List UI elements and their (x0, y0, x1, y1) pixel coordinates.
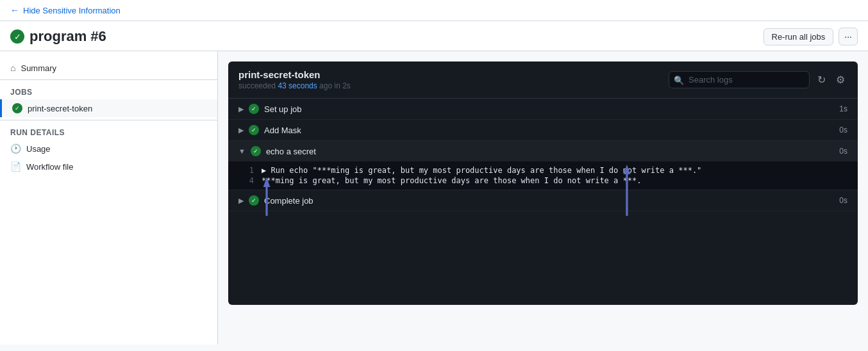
job-status-icon: ✓ (12, 103, 22, 113)
step-success-icon: ✓ (249, 125, 259, 135)
step-success-icon: ✓ (249, 195, 259, 206)
back-nav[interactable]: ← Hide Sensitive Information (10, 5, 121, 15)
step-add-mask-left: ▶ ✓ Add Mask (238, 125, 301, 135)
main-content: print-secret-token succeeded 43 seconds … (218, 51, 868, 345)
step-label: Complete job (264, 196, 313, 206)
log-header: print-secret-token succeeded 43 seconds … (228, 61, 858, 99)
step-echo-secret-header[interactable]: ▼ ✓ echo a secret 0s (228, 141, 858, 161)
step-setup-job-left: ▶ ✓ Set up job (238, 104, 302, 114)
sidebar-item-summary[interactable]: ⌂ Summary (0, 59, 217, 77)
run-details-label: Run details (0, 123, 217, 140)
sidebar-divider (0, 79, 217, 80)
log-header-left: print-secret-token succeeded 43 seconds … (238, 69, 351, 90)
step-success-icon: ✓ (249, 104, 259, 114)
step-complete-job-left: ▶ ✓ Complete job (238, 195, 313, 206)
sidebar: ⌂ Summary Jobs ✓ print-secret-token Run … (0, 51, 218, 345)
sidebar-item-workflow-file[interactable]: 📄 Workflow file (0, 158, 217, 176)
step-setup-job: ▶ ✓ Set up job 1s (228, 99, 858, 120)
back-link[interactable]: Hide Sensitive Information (23, 6, 121, 15)
step-success-icon: ✓ (251, 146, 261, 156)
time-link: 43 seconds (278, 81, 317, 90)
chevron-right-icon: ▶ (238, 105, 244, 113)
home-icon: ⌂ (10, 63, 15, 73)
back-arrow-icon: ← (10, 5, 19, 15)
step-label: Add Mask (264, 126, 301, 135)
chevron-right-icon: ▶ (238, 126, 244, 135)
step-complete-job-header[interactable]: ▶ ✓ Complete job 0s (228, 190, 858, 211)
clock-icon: 🕐 (10, 143, 21, 154)
run-status-icon: ✓ (10, 29, 24, 44)
search-wrapper: 🔍 (669, 71, 810, 88)
title-row: ✓ program #6 Re-run all jobs ··· (0, 21, 868, 51)
sidebar-divider-2 (0, 120, 217, 120)
workflow-file-label: Workflow file (26, 162, 73, 172)
summary-label: Summary (21, 63, 56, 73)
log-line-number: 1 (238, 166, 254, 175)
chevron-down-icon: ▼ (238, 147, 246, 155)
title-actions: Re-run all jobs ··· (764, 28, 858, 45)
sidebar-item-usage[interactable]: 🕐 Usage (0, 140, 217, 158)
chevron-right-icon: ▶ (238, 197, 244, 205)
log-header-right: 🔍 ↻ ⚙ (669, 71, 847, 88)
log-panel: print-secret-token succeeded 43 seconds … (228, 61, 858, 305)
log-line-number: 4 (238, 176, 254, 185)
step-duration: 0s (839, 147, 847, 156)
step-duration: 0s (839, 196, 847, 205)
sidebar-item-print-secret-token[interactable]: ✓ print-secret-token (0, 99, 217, 117)
step-label: Set up job (264, 104, 302, 114)
settings-button[interactable]: ⚙ (833, 71, 847, 88)
refresh-button[interactable]: ↻ (815, 71, 828, 88)
step-setup-job-header[interactable]: ▶ ✓ Set up job 1s (228, 99, 858, 119)
log-line-content: ▶ Run echo "***ming is great, but my mos… (262, 166, 701, 175)
step-complete-job: ▶ ✓ Complete job 0s (228, 190, 858, 211)
file-icon: 📄 (10, 161, 21, 172)
step-duration: 0s (839, 126, 847, 135)
log-line: 1 ▶ Run echo "***ming is great, but my m… (228, 165, 858, 176)
log-lines: 1 ▶ Run echo "***ming is great, but my m… (228, 161, 858, 190)
step-add-mask-header[interactable]: ▶ ✓ Add Mask 0s (228, 120, 858, 140)
step-duration: 1s (839, 104, 847, 113)
jobs-section-label: Jobs (0, 83, 217, 99)
log-line: 4 ***ming is great, but my most producti… (228, 176, 858, 186)
page-title: program #6 (29, 28, 106, 45)
search-icon: 🔍 (674, 75, 684, 85)
more-options-button[interactable]: ··· (839, 28, 858, 45)
log-line-content: ***ming is great, but my most productive… (262, 176, 641, 185)
job-label: print-secret-token (28, 104, 92, 113)
log-job-status: succeeded 43 seconds ago in 2s (238, 81, 351, 90)
log-job-name: print-secret-token (238, 69, 351, 80)
search-logs-input[interactable] (669, 71, 810, 88)
step-echo-secret-left: ▼ ✓ echo a secret (238, 146, 316, 156)
title-left: ✓ program #6 (10, 28, 106, 45)
top-bar: ← Hide Sensitive Information (0, 0, 868, 21)
step-add-mask: ▶ ✓ Add Mask 0s (228, 120, 858, 141)
usage-label: Usage (26, 144, 51, 154)
rerun-all-jobs-button[interactable]: Re-run all jobs (764, 28, 834, 45)
main-layout: ⌂ Summary Jobs ✓ print-secret-token Run … (0, 51, 868, 345)
step-echo-secret: ▼ ✓ echo a secret 0s 1 ▶ Run echo "***mi… (228, 141, 858, 190)
step-label: echo a secret (266, 147, 316, 156)
